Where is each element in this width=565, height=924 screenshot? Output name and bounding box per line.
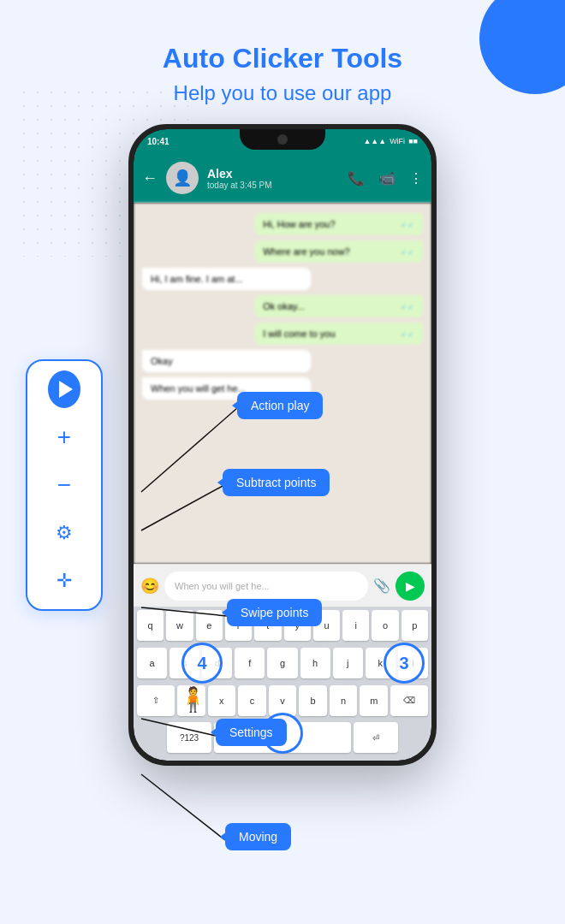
message-input[interactable]: When you will get he... <box>164 572 368 601</box>
circle-4: 4 <box>181 643 223 684</box>
key-q[interactable]: q <box>137 610 164 641</box>
back-icon[interactable]: ← <box>142 169 158 187</box>
key-enter[interactable]: ⏎ <box>354 722 398 753</box>
floating-toolbar: + − ⚙ ✛ <box>26 359 103 611</box>
settings-button[interactable]: ⚙ <box>48 517 80 549</box>
tooltip-swipe-points: Swipe points <box>227 599 322 626</box>
message-received-1: Hi, I am fine. I am at... <box>142 268 311 290</box>
key-n[interactable]: n <box>330 685 358 716</box>
play-triangle-icon <box>59 381 73 398</box>
emoji-icon[interactable]: 😊 <box>140 577 159 595</box>
add-button[interactable]: + <box>48 421 80 453</box>
tooltip-subtract-points: Subtract points <box>223 469 330 496</box>
attach-icon[interactable]: 📎 <box>373 578 390 594</box>
svg-line-4 <box>141 774 225 840</box>
key-p[interactable]: p <box>401 610 428 641</box>
key-e[interactable]: e <box>196 610 223 641</box>
key-m[interactable]: m <box>360 685 388 716</box>
phone-mockup: 10:41 ▲▲▲ WiFi ■■ ← 👤 Alex today at 3:45… <box>128 124 437 766</box>
app-title: Auto Clicker Tools <box>0 43 565 74</box>
character-figure: 🧍 <box>178 685 208 714</box>
move-icon: ✛ <box>56 570 72 592</box>
message-sent-1: Hi, How are you? ✓✓ <box>254 213 423 235</box>
chat-header: ← 👤 Alex today at 3:45 PM 📞 📹 ⋮ <box>134 153 431 203</box>
play-btn-circle[interactable] <box>48 370 80 408</box>
header-section: Auto Clicker Tools Help you to use our a… <box>0 0 565 105</box>
key-backspace[interactable]: ⌫ <box>390 685 428 716</box>
key-g[interactable]: g <box>267 648 297 678</box>
gear-icon: ⚙ <box>56 522 73 544</box>
message-sent-3: Ok okay... ✓✓ <box>254 295 423 317</box>
minus-icon: − <box>57 473 71 497</box>
chat-messages: Hi, How are you? ✓✓ Where are you now? ✓… <box>134 203 431 564</box>
play-button[interactable] <box>48 373 80 406</box>
call-icon[interactable]: 📞 <box>348 170 365 187</box>
camera-dot <box>277 134 288 145</box>
key-v[interactable]: v <box>269 685 297 716</box>
message-sent-2: Where are you now? ✓✓ <box>254 240 423 263</box>
key-w[interactable]: w <box>166 610 193 641</box>
tooltip-action-play: Action play <box>237 392 323 419</box>
circle-3: 3 <box>384 643 425 684</box>
subtract-button[interactable]: − <box>48 469 80 501</box>
key-x[interactable]: x <box>208 685 236 716</box>
status-time: 10:41 <box>147 137 170 146</box>
key-j[interactable]: j <box>333 648 363 678</box>
key-shift[interactable]: ⇧ <box>137 685 175 716</box>
move-button[interactable]: ✛ <box>48 565 80 597</box>
phone-notch <box>240 129 325 150</box>
signal-icon: ▲▲▲ <box>363 137 386 145</box>
tooltip-settings: Settings <box>216 719 287 746</box>
more-icon[interactable]: ⋮ <box>409 170 423 187</box>
app-subtitle: Help you to use our app <box>0 81 565 105</box>
chat-action-icons: 📞 📹 ⋮ <box>348 170 423 187</box>
key-a[interactable]: a <box>137 648 167 678</box>
contact-status: today at 3:45 PM <box>207 181 339 190</box>
key-h[interactable]: h <box>300 648 330 678</box>
key-c[interactable]: c <box>238 685 266 716</box>
contact-avatar: 👤 <box>166 162 199 194</box>
message-received-2: Okay <box>142 350 311 372</box>
phone-frame: 10:41 ▲▲▲ WiFi ■■ ← 👤 Alex today at 3:45… <box>128 124 437 766</box>
message-sent-4: I will come to you ✓✓ <box>254 323 423 345</box>
tooltip-moving: Moving <box>225 823 291 850</box>
wifi-icon: WiFi <box>390 137 405 145</box>
contact-name: Alex <box>207 167 339 181</box>
key-f[interactable]: f <box>235 648 265 678</box>
contact-info: Alex today at 3:45 PM <box>207 167 339 190</box>
plus-icon: + <box>57 425 71 449</box>
key-i[interactable]: i <box>342 610 369 641</box>
send-button[interactable]: ▶ <box>396 572 425 601</box>
input-placeholder: When you will get he... <box>175 581 270 591</box>
video-icon[interactable]: 📹 <box>378 170 396 187</box>
key-o[interactable]: o <box>372 610 398 641</box>
phone-screen: 10:41 ▲▲▲ WiFi ■■ ← 👤 Alex today at 3:45… <box>134 129 431 761</box>
key-numbers[interactable]: ?123 <box>167 722 211 753</box>
status-icons: ▲▲▲ WiFi ■■ <box>363 137 418 145</box>
battery-icon: ■■ <box>408 137 418 145</box>
key-b[interactable]: b <box>299 685 327 716</box>
